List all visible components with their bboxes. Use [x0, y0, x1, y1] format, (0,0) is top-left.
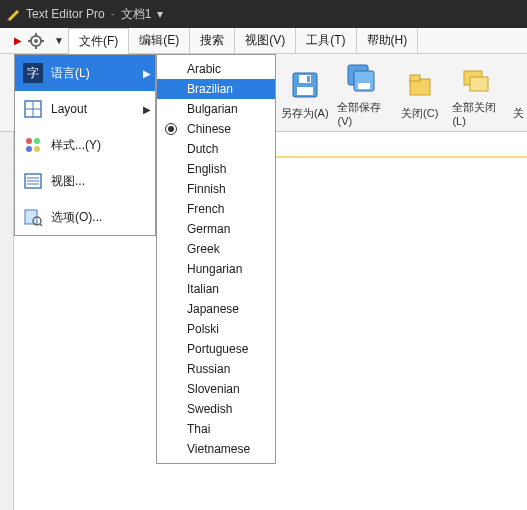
layout-icon — [15, 99, 51, 119]
language-label: Thai — [187, 422, 210, 436]
title-bar: Text Editor Pro - 文档1 ▾ — [0, 0, 527, 28]
svg-point-22 — [26, 138, 32, 144]
language-option[interactable]: Italian — [157, 279, 275, 299]
menu-tab-edit[interactable]: 编辑(E) — [129, 28, 190, 53]
language-label: Swedish — [187, 402, 232, 416]
language-option[interactable]: German — [157, 219, 275, 239]
language-option[interactable]: Bulgarian — [157, 99, 275, 119]
language-option[interactable]: Arabic — [157, 59, 275, 79]
language-option[interactable]: Japanese — [157, 299, 275, 319]
submenu-arrow-icon: ▶ — [139, 68, 155, 79]
radio-checked-icon — [165, 123, 177, 135]
svg-point-24 — [26, 146, 32, 152]
svg-rect-12 — [358, 83, 370, 89]
menu-item-options[interactable]: 选项(O)... — [15, 199, 155, 235]
language-submenu: ArabicBrazilianBulgarianChineseDutchEngl… — [156, 54, 276, 464]
dropdown-arrow-icon[interactable]: ▼ — [50, 28, 68, 53]
language-option[interactable]: Finnish — [157, 179, 275, 199]
language-option[interactable]: Polski — [157, 319, 275, 339]
language-label: Greek — [187, 242, 220, 256]
language-option[interactable]: Hungarian — [157, 259, 275, 279]
language-option[interactable]: Russian — [157, 359, 275, 379]
language-label: Chinese — [187, 122, 231, 136]
language-option[interactable]: Portuguese — [157, 339, 275, 359]
svg-point-23 — [34, 138, 40, 144]
language-label: German — [187, 222, 230, 236]
menu-item-language[interactable]: 字 语言(L) ▶ — [15, 55, 155, 91]
language-label: Dutch — [187, 142, 218, 156]
style-icon — [15, 135, 51, 155]
red-pointer-icon: ▶ — [10, 28, 26, 53]
language-label: Finnish — [187, 182, 226, 196]
menu-tab-tools[interactable]: 工具(T) — [296, 28, 356, 53]
language-option[interactable]: Dutch — [157, 139, 275, 159]
menu-item-layout[interactable]: Layout ▶ — [15, 91, 155, 127]
language-option[interactable]: Thai — [157, 419, 275, 439]
svg-line-32 — [40, 224, 42, 226]
language-label: Russian — [187, 362, 230, 376]
language-label: Brazilian — [187, 82, 233, 96]
app-title: Text Editor Pro — [26, 7, 105, 21]
title-dropdown-icon[interactable]: ▾ — [157, 7, 163, 21]
tool-save-as[interactable]: 另存为(A) — [280, 64, 329, 121]
submenu-arrow-icon: ▶ — [139, 104, 155, 115]
tool-close[interactable]: 关闭(C) — [395, 64, 444, 121]
menu-tab-view[interactable]: 视图(V) — [235, 28, 296, 53]
language-label: Polski — [187, 322, 219, 336]
language-icon: 字 — [15, 61, 51, 85]
menu-tab-search[interactable]: 搜索 — [190, 28, 235, 53]
language-label: Italian — [187, 282, 219, 296]
language-label: English — [187, 162, 226, 176]
svg-point-1 — [34, 39, 38, 43]
svg-rect-7 — [297, 87, 313, 95]
language-label: Bulgarian — [187, 102, 238, 116]
language-label: Portuguese — [187, 342, 248, 356]
language-label: Arabic — [187, 62, 221, 76]
menu-item-style[interactable]: 样式...(Y) — [15, 127, 155, 163]
options-icon — [15, 207, 51, 227]
tool-close-other[interactable]: 关 — [510, 64, 527, 121]
menu-tab-file[interactable]: 文件(F) — [68, 28, 129, 54]
svg-rect-9 — [307, 76, 310, 82]
svg-rect-14 — [410, 75, 420, 81]
language-label: Hungarian — [187, 262, 242, 276]
view-icon — [15, 171, 51, 191]
language-option[interactable]: English — [157, 159, 275, 179]
svg-text:字: 字 — [27, 66, 39, 80]
tool-close-all[interactable]: 全部关闭(L) — [452, 58, 501, 127]
settings-menu: 字 语言(L) ▶ Layout ▶ 样式...(Y) 视图... 选项(O).… — [14, 54, 156, 236]
language-label: Slovenian — [187, 382, 240, 396]
language-option[interactable]: Slovenian — [157, 379, 275, 399]
language-option[interactable]: Chinese — [157, 119, 275, 139]
menu-bar: ▶ ▼ 文件(F) 编辑(E) 搜索 视图(V) 工具(T) 帮助(H) — [0, 28, 527, 54]
language-option[interactable]: Swedish — [157, 399, 275, 419]
menu-item-view[interactable]: 视图... — [15, 163, 155, 199]
settings-gear-icon[interactable] — [26, 28, 50, 53]
tool-save-all[interactable]: 全部保存(V) — [337, 58, 386, 127]
language-option[interactable]: Brazilian — [157, 79, 275, 99]
language-option[interactable]: French — [157, 199, 275, 219]
left-gutter — [0, 132, 14, 510]
language-label: French — [187, 202, 224, 216]
app-icon — [6, 7, 20, 21]
svg-rect-16 — [470, 77, 488, 91]
svg-point-25 — [34, 146, 40, 152]
menu-tab-help[interactable]: 帮助(H) — [357, 28, 419, 53]
language-label: Japanese — [187, 302, 239, 316]
language-label: Vietnamese — [187, 442, 250, 456]
language-option[interactable]: Vietnamese — [157, 439, 275, 459]
document-title: 文档1 — [121, 6, 152, 23]
language-option[interactable]: Greek — [157, 239, 275, 259]
title-separator: - — [111, 7, 115, 21]
